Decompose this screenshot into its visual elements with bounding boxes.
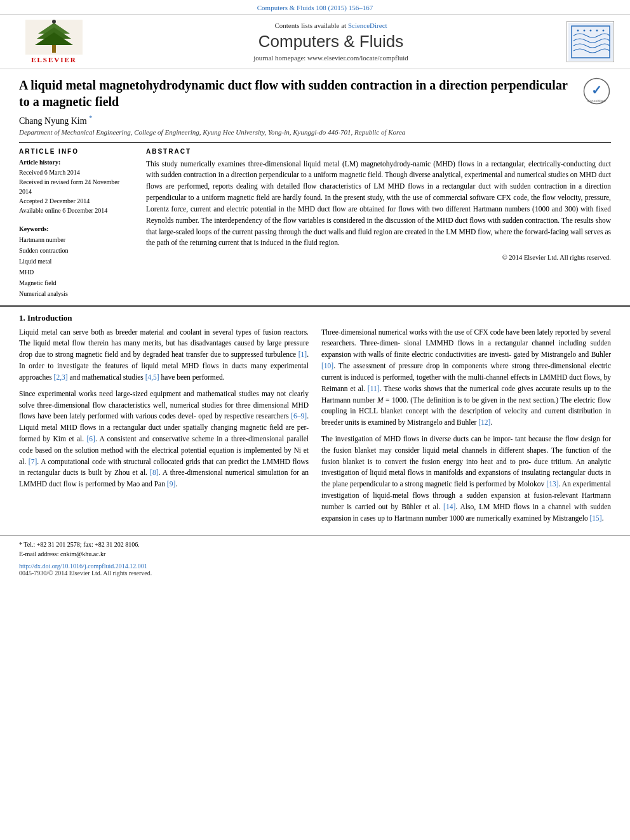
copyright-doi: 0045-7930/© 2014 Elsevier Ltd. All right… xyxy=(19,570,611,577)
keywords-list: Hartmann number Sudden contraction Liqui… xyxy=(19,234,133,299)
body-two-col: Liquid metal can serve both as breeder m… xyxy=(19,327,611,530)
publisher-logo-area: ELSEVIER xyxy=(13,20,95,63)
ref-10-link[interactable]: [10] xyxy=(321,362,333,370)
intro-para-2: Since experimental works need large-size… xyxy=(19,389,309,490)
ref-11-link[interactable]: [11] xyxy=(368,385,380,392)
journal-homepage: journal homepage: www.elsevier.com/locat… xyxy=(102,54,560,62)
keyword-6: Numerical analysis xyxy=(19,288,133,299)
keywords-label: Keywords: xyxy=(19,225,133,232)
citation-text: Computers & Fluids 108 (2015) 156–167 xyxy=(257,4,373,11)
divider-1 xyxy=(19,142,611,143)
ref-8-link[interactable]: [8] xyxy=(150,469,158,476)
journal-header: ELSEVIER Contents lists available at Sci… xyxy=(0,14,630,69)
journal-citation: Computers & Fluids 108 (2015) 156–167 xyxy=(0,0,630,14)
journal-logo-box xyxy=(566,21,614,62)
ref-6-link[interactable]: [6] xyxy=(87,435,95,443)
body-left-col: Liquid metal can serve both as breeder m… xyxy=(19,327,309,530)
keyword-5: Magnetic field xyxy=(19,277,133,288)
svg-rect-6 xyxy=(568,23,613,61)
journal-logo-area xyxy=(566,21,617,62)
available-date: Available online 6 December 2014 xyxy=(19,206,133,215)
article-title-block: A liquid metal magnetohydrodynamic duct … xyxy=(19,77,611,110)
elsevier-logo: ELSEVIER xyxy=(13,20,95,63)
article-content: A liquid metal magnetohydrodynamic duct … xyxy=(0,69,630,305)
footnote-area: * Tel.: +82 31 201 2578; fax: +82 31 202… xyxy=(0,535,630,561)
crossmark-icon[interactable]: ✓ CrossMark xyxy=(582,77,611,105)
svg-point-11 xyxy=(596,29,598,31)
ref-12-link[interactable]: [12] xyxy=(478,418,490,426)
accepted-date: Accepted 2 December 2014 xyxy=(19,196,133,206)
ref-4-5-link[interactable]: [4,5] xyxy=(145,373,159,381)
copyright: © 2014 Elsevier Ltd. All rights reserved… xyxy=(146,254,611,261)
keyword-1: Hartmann number xyxy=(19,234,133,245)
affiliation: Department of Mechanical Engineering, Co… xyxy=(19,128,611,136)
ref-7-link[interactable]: [7] xyxy=(29,458,37,465)
elsevier-tree-icon xyxy=(25,20,83,55)
journal-title-area: Contents lists available at ScienceDirec… xyxy=(102,22,560,62)
ref-6-9-link[interactable]: [6–9] xyxy=(291,412,307,420)
article-info-abstract: Article Info Article history: Received 6… xyxy=(19,148,611,299)
svg-text:CrossMark: CrossMark xyxy=(587,99,607,103)
author-sup: * xyxy=(89,114,93,121)
doi-area: http://dx.doi.org/10.1016/j.compfluid.20… xyxy=(0,561,630,578)
keyword-3: Liquid metal xyxy=(19,256,133,267)
abstract-col: Abstract This study numerically examines… xyxy=(146,148,611,299)
doi-link[interactable]: http://dx.doi.org/10.1016/j.compfluid.20… xyxy=(19,563,611,570)
body-right-col: Three-dimensional numerical works with t… xyxy=(321,327,611,530)
svg-point-9 xyxy=(583,29,585,31)
email-text: E-mail address: cnkim@khu.ac.kr xyxy=(19,550,105,557)
footnote-tel: * Tel.: +82 31 201 2578; fax: +82 31 202… xyxy=(19,540,611,549)
article-title: A liquid metal magnetohydrodynamic duct … xyxy=(19,77,582,110)
right-para-2: The investigation of MHD flows in divers… xyxy=(321,434,611,524)
sciencedirect-line: Contents lists available at ScienceDirec… xyxy=(102,22,560,29)
ref-2-3-link[interactable]: [2,3] xyxy=(54,373,68,381)
computers-fluids-logo-icon xyxy=(568,23,613,61)
right-para-1: Three-dimensional numerical works with t… xyxy=(321,327,611,429)
ref-1-link[interactable]: [1] xyxy=(298,350,307,358)
journal-title: Computers & Fluids xyxy=(102,32,560,51)
intro-heading: 1. Introduction xyxy=(19,313,611,323)
author-name-text: Chang Nyung Kim xyxy=(19,116,87,126)
history-label: Article history: xyxy=(19,159,133,166)
revised-date: Received in revised form 24 November 201… xyxy=(19,177,133,196)
article-info-heading: Article Info xyxy=(19,148,133,155)
body-section: 1. Introduction Liquid metal can serve b… xyxy=(0,307,630,536)
article-info-col: Article Info Article history: Received 6… xyxy=(19,148,133,299)
svg-point-12 xyxy=(602,29,604,31)
ref-15-link[interactable]: [15] xyxy=(590,514,602,522)
author-name: Chang Nyung Kim * xyxy=(19,114,611,126)
svg-point-5 xyxy=(52,20,56,23)
footnote-email: E-mail address: cnkim@khu.ac.kr xyxy=(19,549,611,559)
elsevier-wordmark: ELSEVIER xyxy=(31,56,77,63)
intro-para-1: Liquid metal can serve both as breeder m… xyxy=(19,327,309,383)
abstract-text: This study numerically examines three-di… xyxy=(146,159,611,250)
svg-text:✓: ✓ xyxy=(591,83,602,97)
svg-point-8 xyxy=(577,29,579,31)
sciencedirect-link[interactable]: ScienceDirect xyxy=(348,22,387,29)
svg-point-10 xyxy=(589,29,591,31)
svg-rect-1 xyxy=(52,44,56,53)
ref-14-link[interactable]: [14] xyxy=(443,503,455,510)
received-date: Received 6 March 2014 xyxy=(19,168,133,177)
ref-9-link[interactable]: [9] xyxy=(167,480,175,488)
keyword-4: MHD xyxy=(19,267,133,277)
ref-13-link[interactable]: [13] xyxy=(546,480,558,488)
abstract-heading: Abstract xyxy=(146,148,611,155)
keyword-2: Sudden contraction xyxy=(19,245,133,256)
